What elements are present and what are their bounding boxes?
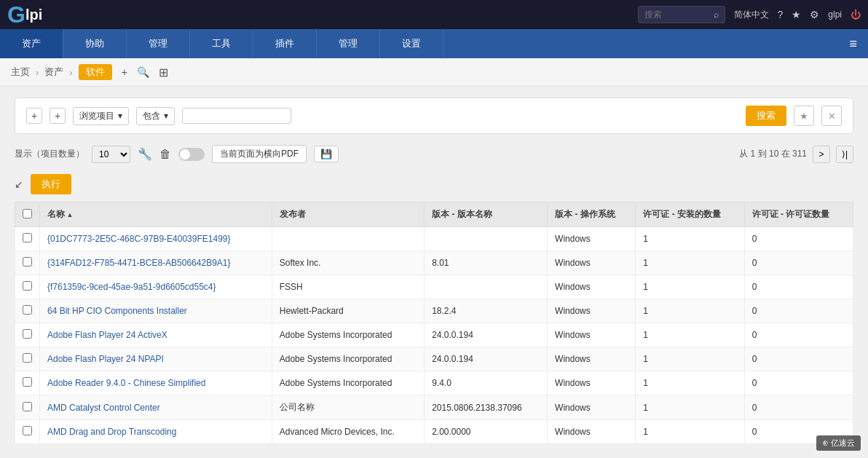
nav-item-tools[interactable]: 工具 [190,29,253,58]
count-select[interactable]: 10 25 50 100 [92,146,130,163]
search-icon[interactable]: ⌕ [714,9,719,20]
name-link[interactable]: Adobe Flash Player 24 ActiveX [47,330,167,340]
wrench-icon[interactable]: 🔧 [138,147,152,161]
logo-g: G [7,3,25,26]
row-publisher: Hewlett-Packard [272,299,424,323]
execute-row: ↙ 执行 [15,174,853,194]
row-checkbox-cell[interactable] [15,420,40,444]
filter-add-btn-2[interactable]: + [50,108,66,124]
search-input[interactable] [644,9,710,20]
row-checkbox-cell[interactable] [15,275,40,299]
row-os: Windows [548,395,636,420]
row-os: Windows [548,420,636,444]
name-link[interactable]: {f761359c-9ced-45ae-9a51-9d6605cd55c4} [47,282,216,292]
row-installs: 1 [636,420,744,444]
nav-item-plugins[interactable]: 插件 [253,29,317,58]
filter-value-input[interactable] [182,108,291,124]
row-checkbox-cell[interactable] [15,251,40,275]
table-row: Adobe Flash Player 24 NPAPI Adobe System… [15,347,853,371]
row-version [425,275,548,299]
header-licenses[interactable]: 许可证 - 许可证数量 [744,202,853,227]
row-checkbox[interactable] [23,329,32,339]
nav-item-management[interactable]: 管理 [127,29,190,58]
row-checkbox[interactable] [23,377,32,387]
name-link[interactable]: {314FAD12-F785-4471-BCE8-AB506642B9A1} [47,258,231,268]
row-checkbox[interactable] [23,353,32,363]
nav-item-settings[interactable]: 设置 [380,29,443,58]
header-publisher[interactable]: 发布者 [272,202,424,227]
table-row: {314FAD12-F785-4471-BCE8-AB506642B9A1} S… [15,251,853,275]
favorite-icon[interactable]: ★ [792,9,801,20]
table-row: 64 Bit HP CIO Components Installer Hewle… [15,299,853,323]
header-installs[interactable]: 许可证 - 安装的数量 [636,202,744,227]
toggle-switch[interactable] [178,148,205,161]
row-checkbox-cell[interactable] [15,395,40,420]
row-version: 2.00.0000 [425,420,548,444]
row-name: Adobe Reader 9.4.0 - Chinese Simplified [40,371,272,395]
row-name: AMD Catalyst Control Center [40,395,272,420]
header-version[interactable]: 版本 - 版本名称 [425,202,548,227]
filter-field-chevron: ▾ [118,111,122,121]
clear-search-btn[interactable]: ✕ [821,106,842,126]
last-page-btn[interactable]: ⟩| [836,146,853,163]
row-checkbox[interactable] [23,257,32,266]
execute-button[interactable]: 执行 [31,174,71,194]
name-link[interactable]: Adobe Flash Player 24 NPAPI [47,354,164,364]
breadcrumb-list-icon[interactable]: ⊞ [159,66,168,79]
user-menu[interactable]: glpi [828,9,842,20]
settings-icon[interactable]: ⚙ [810,9,819,20]
search-box[interactable]: ⌕ [638,6,725,23]
row-checkbox-cell[interactable] [15,347,40,371]
name-link[interactable]: AMD Catalyst Control Center [47,403,160,413]
row-checkbox[interactable] [23,402,32,411]
power-icon[interactable]: ⏻ [851,9,861,20]
row-licenses: 0 [744,347,853,371]
table-row: {01DC7773-2E5C-468C-97B9-E40039FE1499} W… [15,227,853,251]
nav-item-admin[interactable]: 管理 [317,29,380,58]
name-link[interactable]: {01DC7773-2E5C-468C-97B9-E40039FE1499} [47,234,231,244]
row-version: 24.0.0.194 [425,347,548,371]
row-checkbox[interactable] [23,233,32,242]
sort-icon[interactable]: ↙ [15,178,23,190]
header-name[interactable]: 名称 [40,202,272,227]
filter-operator-select[interactable]: 包含 ▾ [136,107,175,125]
header-os[interactable]: 版本 - 操作系统 [548,202,636,227]
row-checkbox[interactable] [23,281,32,291]
breadcrumb: 主页 › 资产 › 软件 + 🔍 ⊞ [0,58,868,87]
trash-icon[interactable]: 🗑 [159,148,171,161]
nav-item-assist[interactable]: 协助 [63,29,127,58]
breadcrumb-assets[interactable]: 资产 [44,66,63,79]
row-checkbox-cell[interactable] [15,371,40,395]
header-checkbox[interactable] [15,202,40,227]
top-right-controls: ⌕ 简体中文 ? ★ ⚙ glpi ⏻ [638,6,861,23]
breadcrumb-search-icon[interactable]: 🔍 [137,66,149,78]
language-selector[interactable]: 简体中文 [734,9,769,21]
prev-page-btn[interactable]: > [813,146,830,163]
filter-field-select[interactable]: 浏览项目 ▾ [73,107,129,125]
row-name: Adobe Flash Player 24 NPAPI [40,347,272,371]
name-link[interactable]: 64 Bit HP CIO Components Installer [47,306,187,316]
breadcrumb-home[interactable]: 主页 [11,66,30,79]
save-search-btn[interactable]: ★ [794,106,814,126]
select-all-checkbox[interactable] [23,209,32,218]
row-checkbox[interactable] [23,426,32,435]
pdf-export-btn[interactable]: 当前页面为横向PDF [212,145,307,163]
hamburger-menu[interactable]: ≡ [838,29,868,58]
nav-item-assets[interactable]: 资产 [0,29,63,58]
search-button[interactable]: 搜索 [746,106,786,126]
save-icon-btn[interactable]: 💾 [314,146,339,162]
row-checkbox[interactable] [23,305,32,315]
name-link[interactable]: Adobe Reader 9.4.0 - Chinese Simplified [47,378,205,388]
add-icon[interactable]: + [122,66,127,78]
content-area: + + 浏览项目 ▾ 包含 ▾ 搜索 ★ ✕ 显示（项目数量） 10 25 50… [0,87,868,455]
software-table: 名称 发布者 版本 - 版本名称 版本 - 操作系统 许可证 - 安装的数量 许… [15,202,853,444]
help-icon[interactable]: ? [778,9,784,20]
breadcrumb-software[interactable]: 软件 [79,64,112,80]
name-link[interactable]: AMD Drag and Drop Transcoding [47,427,176,437]
filter-add-btn-1[interactable]: + [26,108,42,124]
row-checkbox-cell[interactable] [15,227,40,251]
filter-bar: + + 浏览项目 ▾ 包含 ▾ 搜索 ★ ✕ [15,98,853,134]
row-checkbox-cell[interactable] [15,323,40,347]
row-checkbox-cell[interactable] [15,299,40,323]
logo-lpi: lpi [25,7,42,23]
